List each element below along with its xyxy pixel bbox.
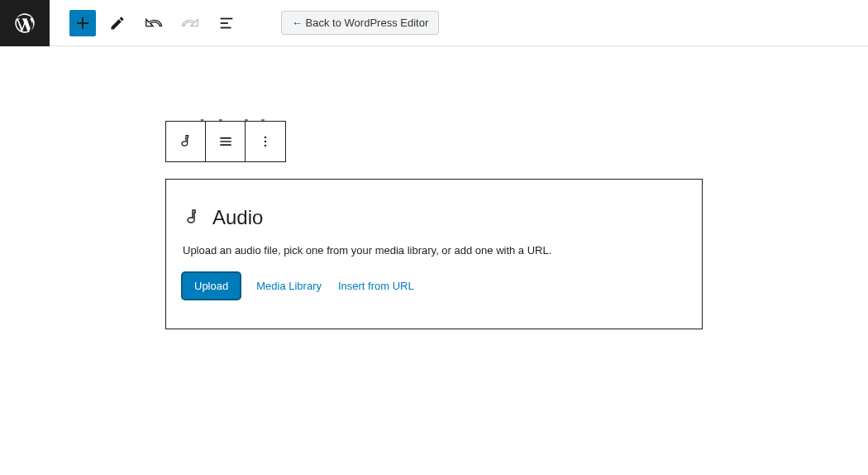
undo-button[interactable] (139, 8, 169, 38)
placeholder-title: Audio (212, 206, 263, 229)
undo-icon (145, 14, 163, 32)
plus-icon (73, 13, 93, 33)
upload-button[interactable]: Upload (183, 273, 240, 299)
audio-icon (183, 208, 203, 228)
media-library-button[interactable]: Media Library (256, 280, 322, 292)
pencil-icon (109, 15, 126, 31)
list-icon (217, 14, 236, 32)
more-options-button[interactable] (246, 122, 285, 161)
block-type-button[interactable] (166, 122, 206, 161)
placeholder-actions: Upload Media Library Insert from URL (183, 273, 685, 299)
insert-from-url-button[interactable]: Insert from URL (338, 280, 414, 292)
block-toolbar (165, 121, 286, 162)
audio-block-placeholder: Audio Upload an audio file, pick one fro… (165, 179, 703, 329)
editor-canvas: Add title Audio Upload an audio file, pi… (0, 46, 868, 329)
audio-icon (178, 133, 194, 150)
toolbar-left (50, 8, 248, 38)
svg-point-0 (265, 137, 267, 139)
align-icon (217, 133, 234, 150)
redo-icon (181, 14, 199, 32)
wordpress-icon (13, 12, 36, 35)
svg-point-1 (265, 141, 267, 143)
tools-button[interactable] (103, 8, 132, 38)
details-button[interactable] (212, 8, 241, 38)
align-button[interactable] (206, 122, 246, 161)
back-to-editor-button[interactable]: ← Back to WordPress Editor (281, 11, 439, 35)
add-block-button[interactable] (69, 10, 96, 36)
redo-button[interactable] (175, 8, 205, 38)
editor-content: Add title Audio Upload an audio file, pi… (165, 113, 703, 329)
more-vertical-icon (257, 133, 274, 150)
editor-header: ← Back to WordPress Editor (0, 0, 868, 46)
svg-point-2 (265, 145, 267, 147)
placeholder-description: Upload an audio file, pick one from your… (183, 244, 685, 257)
placeholder-header: Audio (183, 206, 685, 229)
wordpress-logo[interactable] (0, 0, 50, 46)
